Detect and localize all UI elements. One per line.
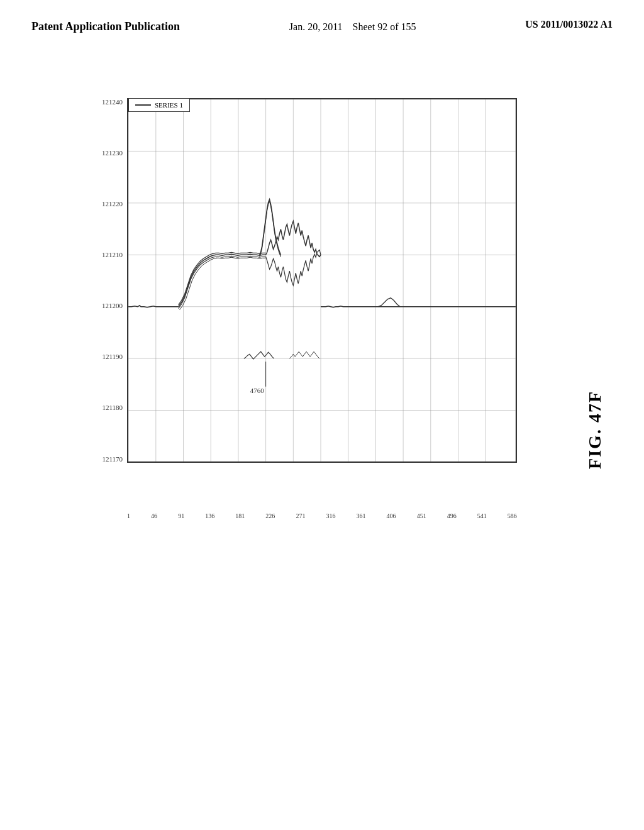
y-label-1: 121240 xyxy=(102,98,123,106)
chart-area: 4760 xyxy=(127,98,517,463)
patent-number: US 2011/0013022 A1 xyxy=(525,19,613,30)
x-label-12: 496 xyxy=(447,512,457,519)
x-label-4: 136 xyxy=(205,512,214,519)
x-label-9: 361 xyxy=(357,512,366,519)
x-label-2: 46 xyxy=(151,512,157,519)
figure-label: FIG. 47F xyxy=(585,390,605,469)
x-axis-labels: 1 46 91 136 181 226 271 316 361 406 451 … xyxy=(127,509,517,519)
y-axis-labels: 121240 121230 121220 121210 121200 12119… xyxy=(77,98,126,463)
main-content: SERIES 1 121240 121230 121220 121210 121… xyxy=(0,42,644,532)
svg-text:4760: 4760 xyxy=(250,386,264,394)
y-label-6: 121190 xyxy=(102,353,123,360)
x-label-8: 316 xyxy=(326,512,335,519)
x-label-13: 541 xyxy=(477,512,487,519)
chart-legend: SERIES 1 xyxy=(128,98,190,112)
y-label-2: 121230 xyxy=(102,149,123,157)
chart-svg: 4760 xyxy=(128,99,516,462)
legend-label: SERIES 1 xyxy=(155,101,183,109)
y-label-7: 121180 xyxy=(102,404,123,411)
x-label-5: 181 xyxy=(235,512,245,519)
publication-date: Jan. 20, 2011 xyxy=(289,21,343,32)
sheet-info: Sheet 92 of 155 xyxy=(353,21,416,32)
x-label-1: 1 xyxy=(127,512,130,519)
publication-title: Patent Application Publication xyxy=(31,19,180,35)
chart-container: SERIES 1 121240 121230 121220 121210 121… xyxy=(77,79,567,519)
page-header: Patent Application Publication Jan. 20, … xyxy=(0,0,644,42)
y-label-3: 121220 xyxy=(102,200,123,208)
x-label-3: 91 xyxy=(178,512,184,519)
y-label-5: 121200 xyxy=(102,302,123,309)
x-label-11: 451 xyxy=(417,512,426,519)
y-label-8: 121170 xyxy=(102,455,123,463)
header-meta: Jan. 20, 2011 Sheet 92 of 155 xyxy=(289,19,416,35)
x-label-6: 226 xyxy=(265,512,275,519)
x-label-10: 406 xyxy=(387,512,396,519)
x-label-7: 271 xyxy=(296,512,305,519)
x-label-14: 586 xyxy=(508,512,517,519)
legend-line-icon xyxy=(135,104,151,106)
y-label-4: 121210 xyxy=(102,251,123,258)
